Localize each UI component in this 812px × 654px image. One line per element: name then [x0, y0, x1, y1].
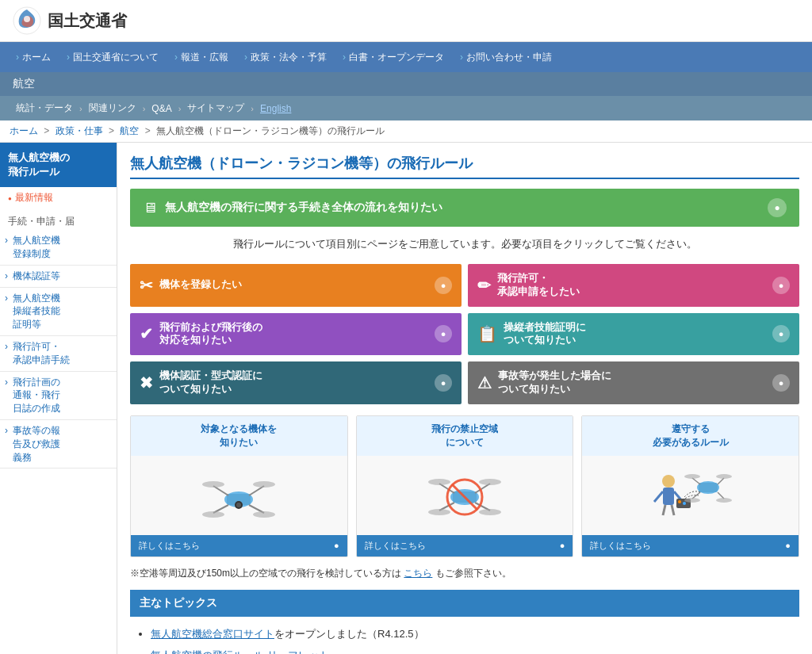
breadcrumb-sep2: >	[109, 125, 117, 136]
drone-person-svg	[643, 464, 738, 527]
content-area: 無人航空機（ドローン・ラジコン機等）の飛行ルール 🖥 無人航空機の飛行に関する手…	[117, 143, 812, 654]
monitor-icon: 🖥	[143, 200, 157, 216]
nav-arrow-press: ›	[174, 52, 178, 63]
breadcrumb-home[interactable]: ホーム	[10, 125, 38, 136]
svg-point-13	[236, 503, 241, 507]
nav-about[interactable]: › 国土交通省について	[59, 51, 167, 64]
breadcrumb-sep1: >	[44, 125, 52, 136]
sidebar-latest[interactable]: 最新情報	[0, 187, 117, 208]
sidebar-link-flightplan[interactable]: 飛行計画の通報・飛行日誌の作成	[0, 372, 117, 420]
card2-title: 飛行の禁止空域について	[357, 416, 573, 456]
nav-contact-label: お問い合わせ・申請	[466, 51, 552, 64]
sub-nav-sitemap[interactable]: サイトマップ	[181, 99, 251, 117]
notice-link[interactable]: こちら	[404, 568, 432, 579]
action-btn-preflight[interactable]: ✔ 飛行前および飛行後の対応を知りたい ●	[130, 313, 462, 356]
nav-about-label: 国土交通省について	[73, 51, 159, 64]
sidebar: 無人航空機の飛行ルール 最新情報 手続・申請・届 無人航空機登録制度 機体認証等…	[0, 143, 117, 654]
card1-arrow-icon: ●	[334, 541, 339, 550]
svg-line-40	[718, 492, 724, 499]
topics-link-2[interactable]: 無人航空機の飛行ルール リーフレット	[151, 649, 329, 654]
card3-footer[interactable]: 詳しくはこちら ●	[582, 535, 799, 556]
site-logo-icon	[13, 6, 41, 35]
svg-point-22	[428, 509, 450, 515]
action-btn-register[interactable]: ✂ 機体を登録したい ●	[130, 264, 462, 307]
sub-nav: 統計・データ › 関連リンク › Q&A › サイトマップ › English	[0, 96, 812, 120]
sidebar-link-certification[interactable]: 機体認証等	[0, 266, 117, 288]
nav-data[interactable]: › 白書・オープンデータ	[335, 51, 452, 64]
card2-arrow-icon: ●	[560, 541, 565, 550]
action-buttons-grid: ✂ 機体を登録したい ● ✏ 飛行許可・承認申請をしたい ● ✔ 飛行前および飛…	[130, 264, 799, 404]
svg-point-10	[202, 511, 224, 518]
nav-contact[interactable]: › お問い合わせ・申請	[452, 51, 560, 64]
card3-footer-text: 詳しくはこちら	[590, 540, 651, 552]
edit-icon: ✏	[477, 276, 491, 295]
site-header: 国土交通省	[0, 0, 812, 42]
sidebar-link-permit[interactable]: 飛行許可・承認申請手続	[0, 336, 117, 372]
drone-prohibited-svg	[417, 464, 512, 527]
btn-type-cert-arrow-icon: ●	[435, 374, 452, 392]
svg-point-26	[662, 475, 675, 488]
topics-link-1[interactable]: 無人航空機総合窓口サイト	[151, 628, 274, 640]
card2-footer[interactable]: 詳しくはこちら ●	[357, 535, 573, 556]
nav-home[interactable]: › ホーム	[8, 51, 59, 64]
card3-title: 遵守する必要があるルール	[582, 416, 799, 456]
btn-skill-arrow-icon: ●	[772, 325, 790, 342]
nav-policy[interactable]: › 政策・法令・予算	[236, 51, 335, 64]
check-icon: ✔	[140, 324, 153, 343]
sidebar-link-accident[interactable]: 事故等の報告及び救護義務	[0, 420, 117, 469]
action-btn-permit[interactable]: ✏ 飛行許可・承認申請をしたい ●	[468, 264, 799, 307]
svg-point-42	[716, 474, 732, 479]
breadcrumb: ホーム > 政策・仕事 > 航空 > 無人航空機（ドローン・ラジコン機等）の飛行…	[0, 120, 812, 143]
section-bar: 航空	[0, 72, 812, 96]
svg-line-39	[692, 492, 700, 499]
card1-footer[interactable]: 詳しくはこちら ●	[131, 535, 347, 556]
nav-press[interactable]: › 報道・広報	[167, 51, 236, 64]
svg-point-23	[479, 509, 501, 515]
breadcrumb-aviation[interactable]: 航空	[120, 125, 139, 136]
card3-arrow-icon: ●	[785, 541, 791, 550]
intro-text: 飛行ルールについて項目別にページをご用意しています。必要な項目をクリックしてご覧…	[130, 236, 799, 253]
wrench-icon: ✖	[140, 373, 153, 392]
sidebar-link-operator[interactable]: 無人航空機操縦者技能証明等	[0, 288, 117, 336]
page-title: 無人航空機（ドローン・ラジコン機等）の飛行ルール	[130, 154, 799, 179]
sub-nav-stats[interactable]: 統計・データ	[10, 99, 79, 117]
action-btn-skill[interactable]: 📋 操縦者技能証明について知りたい ●	[468, 313, 799, 356]
breadcrumb-policy[interactable]: 政策・仕事	[56, 125, 103, 136]
svg-point-43	[684, 498, 700, 503]
warning-icon: ⚠	[477, 373, 492, 392]
card1-image	[131, 456, 347, 535]
sidebar-link-registration[interactable]: 無人航空機登録制度	[0, 230, 117, 266]
card2-image	[357, 456, 573, 535]
notice-text: ※空港等周辺及び150m以上の空域での飛行を検討している方は こちら もご参照下…	[130, 567, 799, 580]
nav-arrow-about: ›	[67, 52, 70, 63]
nav-policy-label: 政策・法令・予算	[251, 51, 327, 64]
btn-register-arrow-icon: ●	[435, 277, 452, 294]
sub-nav-links[interactable]: 関連リンク	[82, 99, 143, 117]
sub-nav-qa[interactable]: Q&A	[145, 101, 178, 117]
btn-preflight-arrow-icon: ●	[435, 325, 452, 342]
breadcrumb-sep3: >	[145, 125, 153, 136]
topics-list: 無人航空機総合窓口サイトをオープンしました（R4.12.5） 無人航空機の飛行ル…	[130, 623, 799, 654]
green-banner-button[interactable]: 🖥 無人航空機の飛行に関する手続き全体の流れを知りたい ●	[130, 189, 799, 227]
btn-permit-text: 飛行許可・承認申請をしたい	[497, 272, 772, 299]
card-rules[interactable]: 遵守する必要があるルール	[581, 415, 799, 557]
sidebar-section-title: 手続・申請・届	[0, 208, 117, 230]
btn-register-text: 機体を登録したい	[159, 278, 435, 292]
sub-nav-english[interactable]: English	[254, 101, 297, 117]
action-btn-accident[interactable]: ⚠ 事故等が発生した場合について知りたい ●	[468, 361, 799, 404]
svg-point-11	[253, 511, 275, 518]
card-prohibited-zones[interactable]: 飛行の禁止空域について	[356, 415, 574, 557]
nav-home-label: ホーム	[22, 51, 51, 64]
btn-permit-arrow-icon: ●	[772, 277, 790, 294]
btn-accident-text: 事故等が発生した場合について知りたい	[498, 369, 772, 396]
green-banner-arrow-icon: ●	[768, 198, 787, 217]
action-btn-type-cert[interactable]: ✖ 機体認証・型式認証について知りたい ●	[130, 361, 462, 404]
notice-suffix: もご参照下さい。	[435, 568, 511, 579]
card2-footer-text: 詳しくはこちら	[365, 540, 426, 552]
nav-arrow-contact: ›	[460, 52, 463, 63]
svg-point-33	[678, 500, 681, 503]
card-target-aircraft[interactable]: 対象となる機体を知りたい	[130, 415, 348, 557]
nav-arrow-policy: ›	[244, 52, 247, 63]
breadcrumb-current: 無人航空機（ドローン・ラジコン機等）の飛行ルール	[156, 125, 385, 136]
drone-normal-svg	[191, 464, 286, 527]
